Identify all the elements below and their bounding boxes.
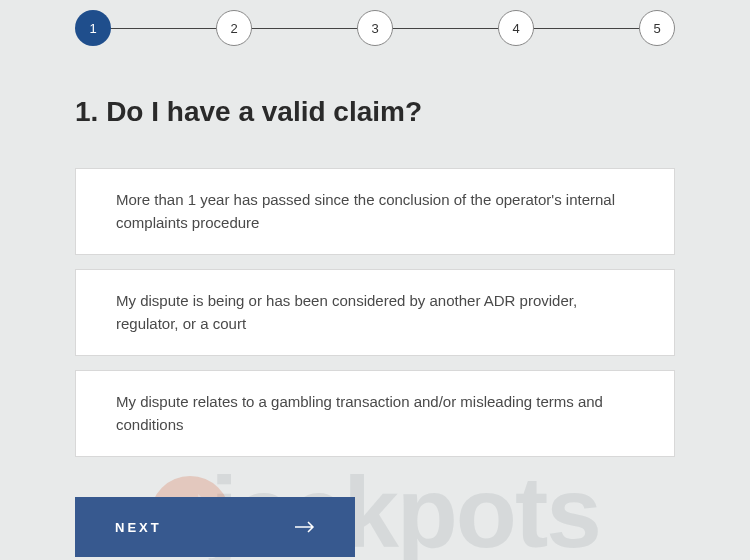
next-button[interactable]: NEXT <box>75 497 355 557</box>
step-2[interactable]: 2 <box>216 10 252 46</box>
option-1[interactable]: More than 1 year has passed since the co… <box>75 168 675 255</box>
option-3-text: My dispute relates to a gambling transac… <box>116 393 603 433</box>
step-1[interactable]: 1 <box>75 10 111 46</box>
option-1-text: More than 1 year has passed since the co… <box>116 191 615 231</box>
next-button-label: NEXT <box>115 520 162 535</box>
step-5[interactable]: 5 <box>639 10 675 46</box>
option-2-text: My dispute is being or has been consider… <box>116 292 577 332</box>
option-3[interactable]: My dispute relates to a gambling transac… <box>75 370 675 457</box>
arrow-right-icon <box>295 520 315 534</box>
step-3[interactable]: 3 <box>357 10 393 46</box>
step-4[interactable]: 4 <box>498 10 534 46</box>
stepper: 1 2 3 4 5 <box>75 10 675 46</box>
option-2[interactable]: My dispute is being or has been consider… <box>75 269 675 356</box>
page-heading: 1. Do I have a valid claim? <box>75 96 675 128</box>
